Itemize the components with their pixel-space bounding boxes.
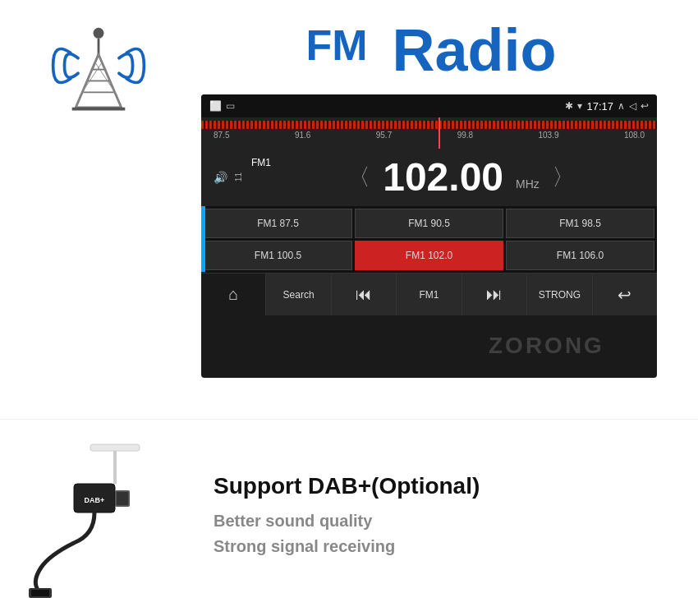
preset-btn-1[interactable]: FM1 87.5 (204, 209, 352, 238)
back-icon: ↩ (618, 285, 631, 305)
skip-next-icon: ⏭ (486, 285, 503, 304)
home-button[interactable]: ⌂ (201, 274, 266, 315)
fm1-label: FM1 (419, 289, 439, 301)
next-freq-button[interactable]: 〉 (552, 162, 575, 193)
next-button[interactable]: ⏭ (462, 274, 527, 315)
freq-108: 108.0 (624, 131, 645, 140)
antenna-icon (49, 16, 148, 115)
nav-icons: ⬜ ▭ (209, 100, 235, 112)
prev-freq-button[interactable]: 〈 (347, 162, 370, 193)
frequency-value: 102.00 (383, 158, 503, 197)
freq-bar-red (201, 121, 657, 129)
dab-title: Support DAB+(Optional) (214, 473, 682, 499)
preset-btn-3[interactable]: FM1 98.5 (506, 209, 654, 238)
freq-103: 103.9 (539, 131, 559, 140)
skip-prev-icon: ⏮ (356, 285, 372, 304)
svg-rect-11 (90, 444, 140, 451)
expand-icon: ∧ (618, 100, 625, 112)
volume-icon: 🔊 (214, 171, 227, 184)
freq-95: 95.7 (376, 131, 392, 140)
frequency-bar: 87.5 91.6 95.7 99.8 103.9 108.0 (201, 117, 657, 149)
freq-99: 99.8 (457, 131, 473, 140)
band-label: FM1 (251, 157, 271, 168)
svg-text:DAB+: DAB+ (85, 496, 105, 504)
side-accent-bar (201, 206, 205, 272)
freq-87: 87.5 (214, 131, 229, 140)
svg-rect-18 (31, 590, 49, 596)
preset-btn-4[interactable]: FM1 100.5 (204, 241, 352, 270)
forward-nav-icon: ↩ (641, 100, 649, 112)
antenna-area (16, 8, 181, 115)
home-icon: ⌂ (228, 285, 238, 304)
presets-grid: FM1 87.5 FM1 90.5 FM1 98.5 FM1 100.5 FM1… (201, 206, 657, 273)
svg-rect-12 (113, 451, 117, 484)
search-button[interactable]: Search (266, 274, 331, 315)
bluetooth-icon: ✱ (565, 100, 573, 112)
recents-nav-icon: ▭ (226, 100, 235, 112)
watermark: ZORONG (489, 333, 604, 359)
svg-rect-16 (117, 492, 128, 505)
bottom-controls: ⌂ Search ⏮ FM1 ⏭ STRONG ↩ (201, 273, 657, 315)
svg-point-0 (94, 28, 104, 39)
back-nav-icon: ◁ (629, 100, 636, 112)
frequency-display: 〈 102.00 MHz 〉 (278, 158, 645, 197)
fm-radio-title: FM Radio (181, 8, 682, 80)
search-label: Search (283, 289, 315, 301)
status-bar: ⬜ ▭ ✱ ▾ 17:17 ∧ ◁ ↩ (201, 94, 657, 117)
volume-number: 11 (234, 172, 243, 182)
freq-position-marker (439, 117, 440, 149)
prev-button[interactable]: ⏮ (332, 274, 397, 315)
dab-feature-1: Better sound quality (214, 512, 682, 531)
dab-usb-icon: DAB+ (25, 436, 189, 600)
fm1-button[interactable]: FM1 (397, 274, 462, 315)
preset-btn-2[interactable]: FM1 90.5 (355, 209, 503, 238)
signal-icon: ▾ (577, 100, 582, 112)
freq-unit: MHz (516, 177, 540, 191)
radio-screen: ⬜ ▭ ✱ ▾ 17:17 ∧ ◁ ↩ 87.5 91.6 95.7 99.8 … (201, 94, 657, 378)
back-button[interactable]: ↩ (593, 274, 657, 315)
svg-line-8 (80, 62, 103, 96)
dab-feature-2: Strong signal receiving (214, 537, 682, 556)
freq-91: 91.6 (295, 131, 310, 140)
status-right: ✱ ▾ 17:17 ∧ ◁ ↩ (565, 100, 649, 113)
dab-text-area: Support DAB+(Optional) Better sound qual… (197, 473, 682, 563)
home-nav-icon: ⬜ (209, 100, 222, 112)
status-time: 17:17 (586, 100, 613, 113)
dab-section: DAB+ Support DAB+(Optional) Better sound… (0, 419, 698, 616)
preset-btn-6[interactable]: FM1 106.0 (506, 241, 654, 270)
preset-btn-5[interactable]: FM1 102.0 (355, 241, 503, 270)
svg-line-9 (94, 62, 117, 96)
radio-label: Radio (393, 21, 557, 80)
fm-label: FM (305, 21, 367, 70)
radio-main-display: 🔊 11 FM1 〈 102.00 MHz 〉 (201, 149, 657, 206)
freq-scale: 87.5 91.6 95.7 99.8 103.9 108.0 (201, 129, 657, 140)
strong-label: STRONG (539, 289, 581, 301)
strong-button[interactable]: STRONG (527, 274, 592, 315)
dab-image-area: DAB+ (16, 436, 197, 600)
